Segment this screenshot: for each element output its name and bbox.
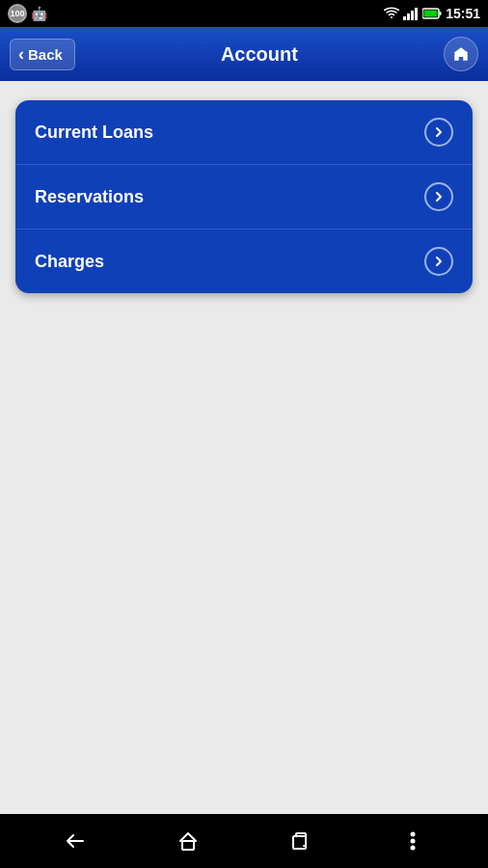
svg-point-9 — [410, 832, 415, 837]
signal-icon — [403, 7, 419, 20]
svg-rect-3 — [415, 8, 418, 20]
recents-nav-icon — [288, 829, 312, 853]
home-button[interactable] — [444, 37, 478, 71]
chevron-right-icon — [433, 126, 445, 138]
status-right-icons: 15:51 — [384, 6, 480, 21]
bottom-nav — [0, 814, 488, 868]
page-title: Account — [221, 43, 298, 66]
svg-rect-5 — [424, 11, 438, 17]
menu-card: Current Loans Reservations Charges — [15, 100, 473, 293]
home-icon — [452, 45, 470, 63]
back-button-label: Back — [28, 46, 63, 63]
reservations-label: Reservations — [35, 187, 144, 207]
status-left-icons: 100 🤖 — [8, 4, 47, 23]
battery-percent-icon: 100 — [8, 4, 27, 23]
svg-point-10 — [410, 839, 415, 844]
svg-rect-0 — [403, 16, 406, 20]
android-icon: 🤖 — [31, 6, 47, 21]
charges-chevron — [424, 247, 453, 276]
back-button[interactable]: ‹ Back — [10, 39, 75, 70]
svg-rect-2 — [411, 11, 414, 20]
reservations-item[interactable]: Reservations — [15, 165, 473, 230]
home-nav-button[interactable] — [167, 820, 209, 862]
charges-item[interactable]: Charges — [15, 230, 473, 293]
back-nav-button[interactable] — [54, 820, 96, 862]
current-loans-chevron — [424, 118, 453, 147]
battery-icon — [422, 8, 442, 19]
svg-rect-6 — [440, 12, 442, 15]
current-loans-label: Current Loans — [35, 122, 153, 143]
charges-label: Charges — [35, 252, 104, 272]
status-bar: 100 🤖 15:51 — [0, 0, 488, 27]
more-icon — [410, 829, 416, 853]
svg-rect-1 — [407, 14, 410, 20]
svg-rect-7 — [182, 841, 194, 850]
svg-point-11 — [410, 846, 415, 851]
chevron-right-icon-3 — [433, 256, 445, 267]
reservations-chevron — [424, 182, 453, 211]
status-time: 15:51 — [446, 6, 480, 21]
recents-nav-button[interactable] — [279, 820, 321, 862]
back-arrow-icon: ‹ — [18, 44, 24, 65]
chevron-right-icon-2 — [433, 191, 445, 203]
nav-bar: ‹ Back Account — [0, 27, 488, 81]
svg-rect-8 — [293, 836, 306, 849]
current-loans-item[interactable]: Current Loans — [15, 100, 473, 165]
home-nav-icon — [176, 829, 200, 853]
main-content: Current Loans Reservations Charges — [0, 81, 488, 814]
more-nav-button[interactable] — [392, 820, 434, 862]
back-nav-icon — [64, 829, 87, 853]
wifi-icon — [384, 7, 399, 20]
